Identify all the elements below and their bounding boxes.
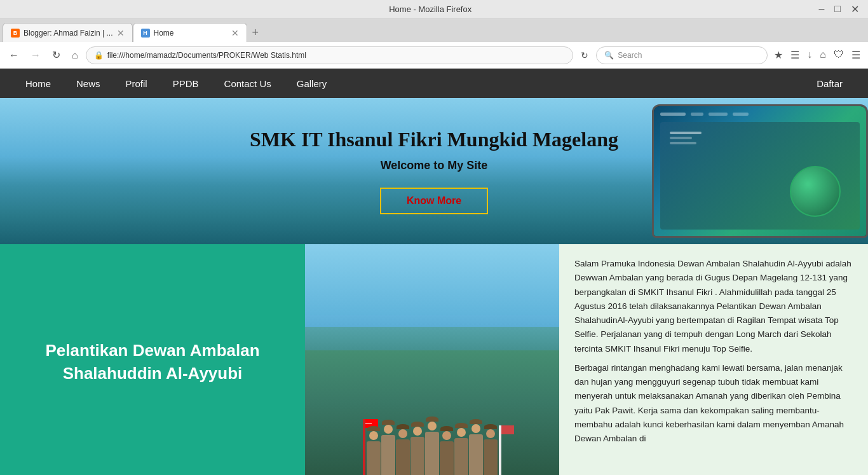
nav-daftar[interactable]: Daftar: [804, 70, 855, 97]
browser-window: Home - Mozilla Firefox – □ ✕ B Blogger: …: [0, 0, 868, 475]
nav-bar: Home News Profil PPDB Contact Us Gallery…: [0, 69, 868, 98]
back-button[interactable]: ←: [5, 47, 23, 64]
nav-profil[interactable]: Profil: [113, 70, 160, 97]
home-nav-button[interactable]: ⌂: [68, 47, 82, 64]
blogger-icon: B: [11, 29, 20, 38]
window-controls[interactable]: – □ ✕: [816, 3, 862, 15]
bookmark-icon[interactable]: ★: [771, 46, 785, 64]
scouts-photo: [305, 244, 559, 475]
tab-blogger-label: Blogger: Ahmad Faizin | ...: [24, 29, 113, 38]
lock-icon: 🔒: [94, 51, 104, 60]
hero-subtitle: Welcome to My Site: [381, 159, 488, 172]
reload-button[interactable]: ↻: [48, 46, 64, 64]
tab-home[interactable]: H Home ✕: [133, 23, 247, 42]
device-mockup: [652, 104, 868, 238]
hero-title: SMK IT Ihsanul Fikri Mungkid Magelang: [250, 128, 618, 151]
url-bar[interactable]: 🔒 file:///home/mamadz/Documents/PROKER/W…: [86, 46, 574, 64]
nav-links: Home News Profil PPDB Contact Us Gallery: [13, 70, 804, 97]
new-tab-button[interactable]: +: [247, 23, 264, 42]
content-section: Pelantikan Dewan Ambalan Shalahuddin Al-…: [0, 244, 868, 475]
hero-section: SMK IT Ihsanul Fikri Mungkid Magelang We…: [0, 98, 868, 244]
toolbar-icons: ★ ☰ ↓ ⌂ 🛡 ☰: [771, 46, 863, 64]
minimize-button[interactable]: –: [816, 3, 827, 15]
nav-gallery[interactable]: Gallery: [284, 70, 340, 97]
shield-icon[interactable]: 🛡: [831, 46, 846, 64]
nav-contact[interactable]: Contact Us: [212, 70, 284, 97]
close-button[interactable]: ✕: [848, 3, 862, 15]
tab-home-icon: H: [141, 29, 150, 38]
website-content: Home News Profil PPDB Contact Us Gallery…: [0, 69, 868, 475]
content-card-title: Pelantikan Dewan Ambalan Shalahuddin Al-…: [25, 339, 280, 385]
content-card: Pelantikan Dewan Ambalan Shalahuddin Al-…: [0, 244, 305, 475]
device-globe: [790, 166, 841, 217]
content-image: [305, 244, 559, 475]
title-bar: Home - Mozilla Firefox – □ ✕: [0, 0, 868, 19]
search-input[interactable]: 🔍 Search: [596, 46, 768, 64]
menu-icon[interactable]: ☰: [849, 46, 863, 64]
tab-bar: B Blogger: Ahmad Faizin | ... ✕ H Home ✕…: [0, 19, 868, 42]
search-icon: 🔍: [604, 51, 614, 60]
search-placeholder: Search: [618, 51, 642, 60]
address-bar: ← → ↻ ⌂ 🔒 file:///home/mamadz/Documents/…: [0, 42, 868, 69]
tab-close-blogger[interactable]: ✕: [117, 28, 125, 38]
window-title: Home - Mozilla Firefox: [44, 4, 816, 14]
download-icon[interactable]: ↓: [804, 46, 815, 64]
nav-home[interactable]: Home: [13, 70, 64, 97]
know-more-button[interactable]: Know More: [380, 188, 488, 214]
tab-home-label: Home: [154, 29, 174, 38]
tab-blogger[interactable]: B Blogger: Ahmad Faizin | ... ✕: [3, 23, 133, 42]
bookmark-list-icon[interactable]: ☰: [788, 46, 802, 64]
content-text-area: Salam Pramuka Indonesia Dewan Ambalan Sh…: [559, 244, 868, 475]
url-text: file:///home/mamadz/Documents/PROKER/Web…: [107, 51, 306, 60]
forward-button[interactable]: →: [27, 47, 44, 64]
maximize-button[interactable]: □: [832, 3, 843, 15]
content-paragraph-1: Salam Pramuka Indonesia Dewan Ambalan Sh…: [574, 257, 853, 446]
home-toolbar-icon[interactable]: ⌂: [817, 46, 829, 64]
tab-close-home[interactable]: ✕: [231, 28, 239, 38]
hero-device: [627, 98, 868, 244]
device-screen: [654, 106, 866, 236]
nav-news[interactable]: News: [64, 70, 113, 97]
nav-ppdb[interactable]: PPDB: [160, 70, 212, 97]
refresh-icon[interactable]: ↻: [577, 48, 592, 63]
